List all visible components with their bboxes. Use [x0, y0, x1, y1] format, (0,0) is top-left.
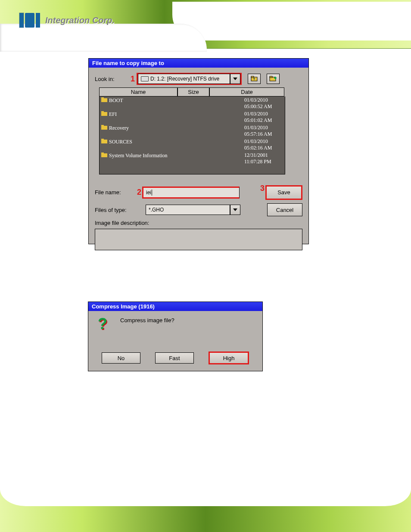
question-icon: ??	[96, 317, 112, 333]
folder-icon	[101, 124, 107, 130]
svg-text:?: ?	[98, 317, 107, 333]
svg-rect-10	[101, 125, 104, 126]
cancel-button[interactable]: Cancel	[267, 203, 302, 216]
col-date[interactable]: Date	[209, 87, 284, 96]
folder-icon	[101, 152, 107, 157]
save-dialog-title: File name to copy image to	[89, 59, 308, 68]
filename-label: File name:	[95, 189, 137, 196]
filename-input[interactable]: iei	[142, 187, 240, 199]
brand-logo: Integration Corp.	[19, 13, 115, 28]
svg-rect-14	[101, 152, 104, 154]
file-list[interactable]: BOOT01/03/2010 05:00:52 AM EFI01/03/2010…	[99, 96, 285, 174]
svg-rect-11	[101, 140, 107, 143]
callout-3: 3	[260, 184, 265, 193]
callout-1: 1	[131, 75, 135, 84]
look-in-label: Look in:	[95, 76, 127, 82]
svg-rect-2	[251, 76, 254, 78]
col-size[interactable]: Size	[177, 87, 209, 96]
folder-icon	[101, 111, 107, 116]
description-label: Image file description:	[95, 220, 302, 226]
list-item[interactable]: SOURCES01/03/2010 05:02:16 AM	[100, 138, 285, 152]
svg-rect-9	[101, 126, 107, 130]
up-folder-icon	[251, 75, 258, 83]
filetype-label: Files of type:	[95, 207, 146, 213]
svg-rect-12	[101, 139, 104, 140]
svg-rect-7	[101, 112, 107, 116]
list-item[interactable]: BOOT01/03/2010 05:00:52 AM	[100, 96, 285, 110]
save-button[interactable]: Save	[265, 185, 302, 200]
chevron-down-icon[interactable]	[230, 205, 240, 215]
svg-rect-4	[270, 76, 272, 78]
svg-marker-15	[233, 208, 237, 211]
lookin-highlight: D: 1.2: [Recovery] NTFS drive	[137, 73, 242, 85]
no-button[interactable]: No	[102, 352, 140, 364]
compress-dialog-title: Compress Image (1916)	[88, 302, 262, 311]
save-dialog: File name to copy image to Look in: 1 D:…	[88, 58, 309, 244]
compress-message: Compress image file?	[120, 317, 174, 324]
brand-text: Integration Corp.	[45, 16, 115, 25]
fast-button[interactable]: Fast	[155, 352, 194, 364]
svg-rect-6	[101, 97, 104, 99]
col-name[interactable]: Name	[99, 87, 177, 96]
up-folder-button[interactable]	[248, 74, 261, 84]
svg-rect-8	[101, 111, 104, 112]
new-folder-icon	[269, 75, 277, 83]
description-input[interactable]	[95, 229, 302, 250]
look-in-combo[interactable]: D: 1.2: [Recovery] NTFS drive	[138, 74, 240, 84]
folder-icon	[101, 138, 107, 143]
new-folder-button[interactable]	[267, 74, 280, 84]
callout-2: 2	[137, 188, 141, 197]
svg-marker-0	[233, 78, 237, 80]
filetype-combo[interactable]: *.GHO	[146, 205, 240, 215]
list-item[interactable]: System Volume Information12/31/2001 11:0…	[100, 152, 285, 165]
compress-dialog: Compress Image (1916) ?? Compress image …	[88, 302, 263, 371]
svg-rect-13	[101, 153, 107, 157]
svg-rect-5	[101, 98, 107, 102]
drive-icon	[141, 76, 149, 81]
list-item[interactable]: EFI01/03/2010 05:01:02 AM	[100, 110, 285, 124]
top-banner: Integration Corp.	[0, 0, 411, 49]
chevron-down-icon[interactable]	[230, 74, 240, 84]
filetype-value: *.GHO	[149, 207, 164, 213]
list-item[interactable]: Recovery01/03/2010 05:57:16 AM	[100, 124, 285, 138]
filename-value: iei	[146, 190, 151, 196]
bottom-banner	[0, 480, 411, 532]
folder-icon	[101, 97, 107, 102]
look-in-value: D: 1.2: [Recovery] NTFS drive	[150, 76, 219, 82]
high-button[interactable]: High	[209, 352, 249, 364]
